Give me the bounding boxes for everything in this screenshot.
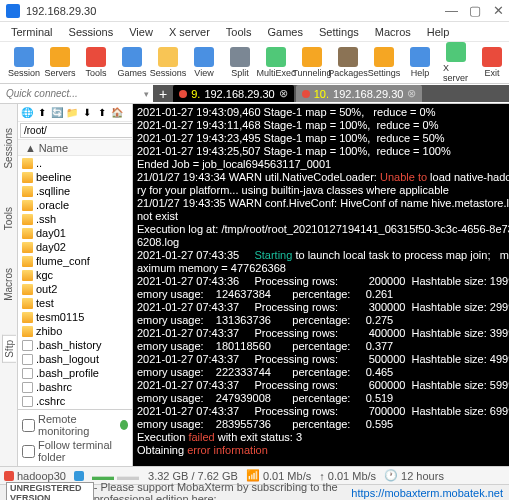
folder-icon — [22, 186, 33, 197]
menubar: TerminalSessionsViewX serverToolsGamesSe… — [0, 22, 509, 42]
file-item[interactable]: .bashrc — [18, 380, 132, 394]
fp-up-icon[interactable]: ⬆ — [35, 106, 49, 120]
fp-upload-icon[interactable]: ⬆ — [95, 106, 109, 120]
servers-icon — [50, 47, 70, 67]
sidetab-sessions[interactable]: Sessions — [2, 124, 15, 173]
terminal-tab[interactable]: 10.192.168.29.30⊗ — [296, 85, 423, 102]
file-icon — [22, 158, 33, 169]
filepane-path — [18, 122, 132, 140]
tool-tools[interactable]: Tools — [78, 45, 114, 80]
maximize-button[interactable]: ▢ — [469, 6, 479, 16]
file-item[interactable]: beeline — [18, 170, 132, 184]
session-icon — [14, 47, 34, 67]
file-item[interactable]: test — [18, 296, 132, 310]
menu-view[interactable]: View — [122, 24, 160, 40]
file-item[interactable]: tesm0115 — [18, 310, 132, 324]
tool-servers[interactable]: Servers — [42, 45, 78, 80]
terminal-tab[interactable]: 9.192.168.29.30⊗ — [173, 85, 294, 102]
tool-x-server[interactable]: X server — [438, 40, 474, 85]
menu-games[interactable]: Games — [261, 24, 310, 40]
view-icon — [194, 47, 214, 67]
file-item[interactable]: kgc — [18, 268, 132, 282]
file-item[interactable]: .sqlline — [18, 184, 132, 198]
sb-node: hadoop30 — [4, 470, 66, 482]
menu-x-server[interactable]: X server — [162, 24, 217, 40]
tool-multiexec[interactable]: MultiExec — [258, 45, 294, 80]
folder-icon — [22, 326, 33, 337]
menu-sessions[interactable]: Sessions — [62, 24, 121, 40]
sidetab-tools[interactable]: Tools — [2, 203, 15, 234]
footer-link[interactable]: https://mobaxterm.mobatek.net — [351, 487, 503, 499]
menu-macros[interactable]: Macros — [368, 24, 418, 40]
app-icon — [6, 4, 20, 18]
menu-terminal[interactable]: Terminal — [4, 24, 60, 40]
split-icon — [230, 47, 250, 67]
remote-monitoring-toggle[interactable]: Remote monitoring — [22, 413, 128, 437]
minimize-button[interactable]: — — [445, 6, 455, 16]
file-item[interactable]: out2 — [18, 282, 132, 296]
tool-help[interactable]: Help — [402, 45, 438, 80]
new-tab-button[interactable]: + — [155, 86, 171, 102]
sidetab-macros[interactable]: Macros — [2, 264, 15, 305]
menu-settings[interactable]: Settings — [312, 24, 366, 40]
quick-dropdown-icon[interactable]: ▾ — [139, 89, 153, 99]
follow-terminal-toggle[interactable]: Follow terminal folder — [22, 439, 128, 463]
file-icon — [22, 368, 33, 379]
file-icon — [22, 340, 33, 351]
file-item[interactable]: .bash_profile — [18, 366, 132, 380]
folder-icon — [22, 284, 33, 295]
tab-status-icon — [302, 90, 310, 98]
sidebar-tabs: SessionsToolsMacrosSftp — [0, 104, 18, 466]
file-item[interactable]: .. — [18, 156, 132, 170]
tool-view[interactable]: View — [186, 45, 222, 80]
filepane-header[interactable]: ▲ Name — [18, 140, 132, 156]
folder-icon — [22, 242, 33, 253]
tab-close-icon[interactable]: ⊗ — [407, 87, 416, 100]
tab-status-icon — [179, 90, 187, 98]
file-pane: 🌐 ⬆ 🔄 📁 ⬇ ⬆ 🏠 ▲ Name ..beeline.sqlline.o… — [18, 104, 133, 466]
close-button[interactable]: ✕ — [493, 6, 503, 16]
terminal-output[interactable]: 2021-01-27 19:43:09,460 Stage-1 map = 50… — [133, 104, 509, 466]
tool-exit[interactable]: Exit — [474, 45, 509, 80]
sb-icon1 — [74, 471, 84, 481]
fp-home-icon[interactable]: 🏠 — [110, 106, 124, 120]
tool-split[interactable]: Split — [222, 45, 258, 80]
quick-connect-input[interactable] — [0, 85, 139, 103]
tool-session[interactable]: Session — [6, 45, 42, 80]
fp-download-icon[interactable]: ⬇ — [80, 106, 94, 120]
file-item[interactable]: .oracle — [18, 198, 132, 212]
tool-tunneling[interactable]: Tunneling — [294, 45, 330, 80]
file-item[interactable]: .ssh — [18, 212, 132, 226]
tab-close-icon[interactable]: ⊗ — [279, 87, 288, 100]
file-item[interactable]: .bash_history — [18, 338, 132, 352]
fp-refresh-icon[interactable]: 🔄 — [50, 106, 64, 120]
file-item[interactable]: .bash_logout — [18, 352, 132, 366]
menu-help[interactable]: Help — [420, 24, 457, 40]
fp-globe-icon[interactable]: 🌐 — [20, 106, 34, 120]
footer: UNREGISTERED VERSION - Please support Mo… — [0, 484, 509, 500]
unregistered-badge: UNREGISTERED VERSION — [6, 482, 94, 501]
file-item[interactable]: zhibo — [18, 324, 132, 338]
menu-tools[interactable]: Tools — [219, 24, 259, 40]
tool-packages[interactable]: Packages — [330, 45, 366, 80]
multiexec-icon — [266, 47, 286, 67]
sessions-icon — [158, 47, 178, 67]
file-icon — [22, 354, 33, 365]
file-item[interactable]: .cshrc — [18, 394, 132, 408]
x server-icon — [446, 42, 466, 62]
folder-icon — [22, 256, 33, 267]
fp-folder-icon[interactable]: 📁 — [65, 106, 79, 120]
file-item[interactable]: day01 — [18, 226, 132, 240]
tool-settings[interactable]: Settings — [366, 45, 402, 80]
sidetab-sftp[interactable]: Sftp — [2, 335, 16, 363]
folder-icon — [22, 270, 33, 281]
path-input[interactable] — [20, 123, 133, 138]
file-icon — [22, 396, 33, 407]
help-icon — [410, 47, 430, 67]
tool-games[interactable]: Games — [114, 45, 150, 80]
file-item[interactable]: day02 — [18, 240, 132, 254]
tool-sessions[interactable]: Sessions — [150, 45, 186, 80]
file-list: ..beeline.sqlline.oracle.sshday01day02fl… — [18, 156, 132, 409]
file-item[interactable]: flume_conf — [18, 254, 132, 268]
settings-icon — [374, 47, 394, 67]
